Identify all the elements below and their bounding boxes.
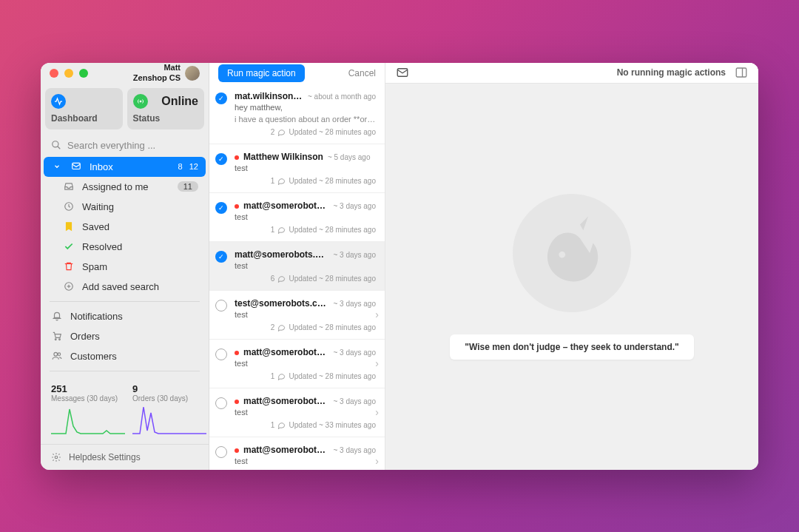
tray-icon — [63, 181, 75, 192]
message-list[interactable]: ✓ mat.wilkinson@m ~ about a month ago he… — [209, 84, 385, 470]
nav-waiting[interactable]: Waiting — [41, 197, 209, 217]
select-checkbox[interactable]: ✓ — [215, 202, 227, 214]
message-row[interactable]: ✓ matt@somerobots.com ~ 3 days ago test … — [209, 242, 385, 291]
check-icon — [63, 241, 75, 252]
nav-customers[interactable]: Customers — [41, 346, 209, 366]
stat-orders-label: Orders (30 days) — [132, 394, 206, 403]
message-from: Matthew Wilkinson — [243, 152, 323, 162]
nav-customers-label: Customers — [70, 351, 117, 362]
avatar[interactable] — [185, 66, 200, 81]
chevron-down-icon — [51, 163, 63, 170]
nav-saved-label: Saved — [82, 221, 109, 232]
select-checkbox[interactable] — [215, 349, 227, 360]
chevron-right-icon: › — [375, 309, 379, 320]
titlebar: Matt Zenshop CS — [41, 63, 209, 84]
select-checkbox[interactable] — [215, 300, 227, 312]
nav: Inbox 8 12 Assigned to me 11 Waiting — [41, 157, 209, 444]
bookmark-icon — [63, 221, 75, 232]
orders-sparkline — [132, 405, 206, 435]
helpdesk-settings-label: Helpdesk Settings — [69, 452, 141, 462]
message-row[interactable]: ✓ Matthew Wilkinson ~ 5 days ago test 1 … — [209, 144, 385, 193]
plus-circle-icon — [63, 281, 75, 292]
nav-inbox[interactable]: Inbox 8 12 — [44, 157, 206, 177]
message-time: ~ 3 days ago — [333, 446, 376, 454]
messages-sparkline — [51, 405, 125, 435]
nav-add-search[interactable]: Add saved search — [41, 277, 209, 297]
maximize-icon[interactable] — [79, 69, 88, 78]
minimize-icon[interactable] — [64, 69, 73, 78]
message-row[interactable]: matt@somerobots.c ~ 3 days ago test 1 Up… — [209, 340, 385, 388]
message-time: ~ 3 days ago — [333, 349, 376, 357]
pulse-icon — [51, 94, 66, 109]
message-row[interactable]: matt@somerobots.c ~ 3 days ago test 1 Up… — [209, 388, 385, 437]
message-list-column: Run magic action Cancel ✓ mat.wilkinson@… — [209, 63, 385, 470]
empty-quote: "Wise men don't judge – they seek to und… — [450, 334, 694, 360]
run-magic-button[interactable]: Run magic action — [218, 64, 305, 82]
user-workspace: Zenshop CS — [133, 73, 181, 83]
users-icon — [51, 351, 63, 361]
nav-resolved[interactable]: Resolved — [41, 237, 209, 257]
unread-dot — [235, 155, 239, 160]
message-row[interactable]: ✓ matt@somerobots.c ~ 3 days ago test 1 … — [209, 193, 385, 242]
select-checkbox[interactable] — [215, 446, 227, 458]
nav-spam-label: Spam — [82, 261, 107, 272]
message-from: matt@somerobots.c — [243, 396, 328, 406]
message-row[interactable]: ✓ mat.wilkinson@m ~ about a month ago he… — [209, 84, 385, 144]
user-block[interactable]: Matt Zenshop CS — [133, 63, 200, 82]
unread-dot — [235, 400, 239, 404]
divider — [50, 371, 200, 371]
search-placeholder: Search everything ... — [67, 140, 155, 151]
message-preview: test — [235, 359, 376, 368]
nav-saved[interactable]: Saved — [41, 217, 209, 237]
nav-notifications[interactable]: Notifications — [41, 306, 209, 326]
message-row[interactable]: matt@somerobots.c ~ 3 days ago test 1 Up… — [209, 437, 385, 470]
svg-point-8 — [55, 339, 56, 340]
select-checkbox[interactable]: ✓ — [215, 153, 227, 165]
status-cards: Dashboard Online Status — [41, 84, 209, 134]
message-meta: 1 Updated ~ 28 minutes ago — [235, 372, 376, 380]
close-icon[interactable] — [50, 69, 58, 78]
nav-notifications-label: Notifications — [70, 311, 123, 322]
nav-orders-label: Orders — [70, 331, 100, 342]
message-meta: 1 Updated ~ 28 minutes ago — [235, 226, 376, 234]
trash-icon — [63, 261, 75, 272]
message-from: mat.wilkinson@m — [235, 91, 303, 101]
stat-messages[interactable]: 251 Messages (30 days) — [51, 383, 125, 435]
unread-dot — [235, 204, 239, 209]
divider — [50, 301, 200, 302]
svg-rect-14 — [736, 68, 746, 77]
dashboard-card[interactable]: Dashboard — [45, 88, 123, 129]
select-checkbox[interactable]: ✓ — [215, 92, 227, 104]
svg-point-1 — [53, 141, 58, 147]
message-time: ~ 3 days ago — [333, 397, 376, 405]
message-preview: hey matthew, — [235, 103, 376, 112]
message-from: matt@somerobots.c — [243, 445, 328, 455]
message-meta: 1 Updated ~ 28 minutes ago — [235, 177, 376, 185]
nav-assigned[interactable]: Assigned to me 11 — [41, 177, 209, 197]
svg-point-10 — [54, 352, 58, 356]
svg-point-12 — [55, 456, 58, 459]
status-card[interactable]: Online Status — [127, 88, 205, 129]
inbox-icon — [70, 161, 82, 172]
search-icon — [51, 140, 61, 150]
cancel-button[interactable]: Cancel — [348, 68, 376, 78]
mail-icon[interactable] — [396, 66, 409, 79]
helpdesk-settings[interactable]: Helpdesk Settings — [41, 444, 209, 470]
unread-dot — [235, 351, 239, 355]
window-controls — [50, 69, 88, 78]
message-time: ~ 3 days ago — [333, 300, 376, 308]
panel-toggle-icon[interactable] — [735, 66, 748, 79]
nav-assigned-label: Assigned to me — [82, 181, 149, 192]
nav-inbox-label: Inbox — [90, 161, 113, 172]
stat-orders[interactable]: 9 Orders (30 days) — [132, 383, 206, 435]
nav-spam[interactable]: Spam — [41, 257, 209, 277]
select-checkbox[interactable]: ✓ — [215, 251, 227, 263]
inbox-count-2: 12 — [189, 162, 198, 171]
select-checkbox[interactable] — [215, 397, 227, 409]
clock-icon — [63, 201, 75, 212]
search-input[interactable]: Search everything ... — [41, 134, 209, 157]
nav-orders[interactable]: Orders — [41, 326, 209, 346]
message-time: ~ 3 days ago — [333, 202, 376, 210]
message-row[interactable]: test@somerobots.com ~ 3 days ago test 2 … — [209, 291, 385, 340]
stat-orders-value: 9 — [132, 383, 206, 394]
